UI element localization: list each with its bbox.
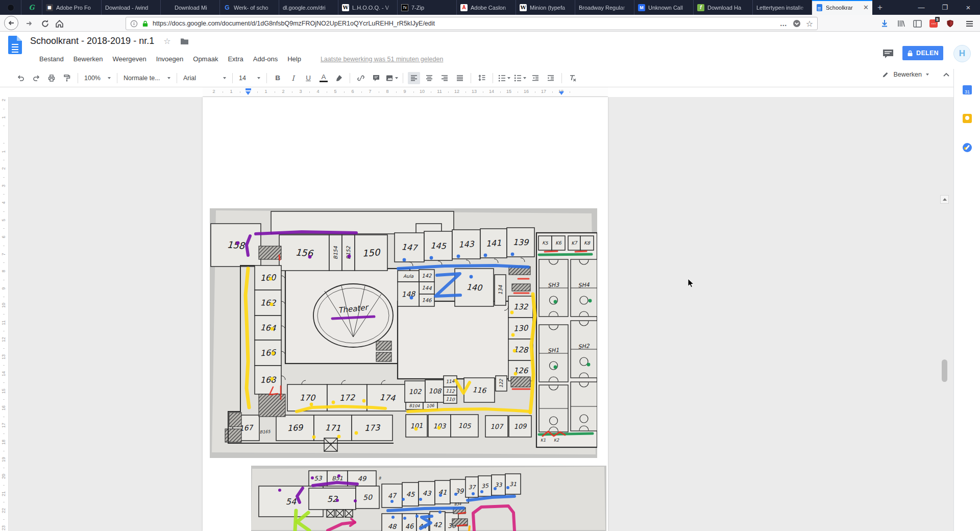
browser-tab[interactable]: GWerk- of scho — [219, 0, 279, 15]
zoom-select[interactable]: 100% — [84, 75, 111, 82]
bold-button[interactable]: B — [272, 72, 284, 84]
pinned-tab[interactable] — [0, 0, 21, 15]
share-button[interactable]: DELEN — [902, 46, 943, 60]
undo-button[interactable] — [15, 72, 27, 84]
open-comments-button[interactable] — [882, 49, 894, 61]
tab-close-icon[interactable]: ✕ — [863, 4, 869, 11]
ublock-button[interactable] — [944, 18, 955, 29]
document-title[interactable]: Schoolkrant - 2018-2019 - nr.1 — [30, 36, 154, 46]
pocket-icon[interactable] — [793, 19, 801, 28]
align-center-button[interactable] — [423, 72, 435, 84]
menu-opmaak[interactable]: Opmaak — [191, 54, 219, 64]
browser-tab[interactable]: 7z7-Zip — [397, 0, 456, 15]
home-button[interactable] — [54, 18, 64, 29]
downloads-button[interactable] — [879, 18, 890, 29]
browser-tab[interactable]: Download Mi — [160, 0, 219, 15]
browser-tab[interactable]: fDownload Ha — [693, 0, 752, 15]
menu-weergeven[interactable]: Weergeven — [111, 54, 148, 64]
redo-button[interactable] — [30, 72, 42, 84]
toolbar-separator — [493, 73, 493, 83]
browser-tab[interactable]: AAdobe Caslon — [456, 0, 516, 15]
browser-tab[interactable]: dl.google.com/dri — [279, 0, 338, 15]
restore-button[interactable]: ❐ — [933, 0, 957, 15]
pinned-tab[interactable]: G — [21, 0, 42, 15]
download-icon — [880, 19, 889, 28]
bulleted-list-button[interactable] — [513, 72, 526, 84]
scrollbar-thumb[interactable] — [942, 359, 947, 382]
insert-image-button[interactable] — [385, 72, 398, 84]
left-indent-marker[interactable] — [246, 91, 251, 95]
browser-tab[interactable]: WMinion (typefa — [516, 0, 575, 15]
align-left-button[interactable] — [408, 72, 420, 84]
menu-addons[interactable]: Add-ons — [252, 54, 279, 64]
menu-bewerken[interactable]: Bewerken — [72, 54, 105, 64]
docs-app-icon[interactable] — [8, 36, 22, 54]
url-bar[interactable]: https://docs.google.com/document/d/1dG8n… — [126, 17, 818, 30]
sidebar-button[interactable] — [912, 18, 923, 29]
insert-link-button[interactable] — [355, 72, 367, 84]
svg-text:132: 132 — [513, 302, 529, 311]
page-actions-icon[interactable]: … — [780, 19, 788, 28]
library-button[interactable] — [895, 18, 906, 29]
page-info-icon[interactable] — [130, 20, 138, 28]
browser-tab[interactable]: Lettertypen installe — [752, 0, 812, 15]
collapse-toolbar-button[interactable] — [943, 71, 949, 78]
clear-formatting-button[interactable] — [567, 72, 579, 84]
horizontal-ruler[interactable]: 21123456789101112131415161718 — [0, 87, 953, 97]
minimize-button[interactable]: — — [910, 0, 933, 15]
first-line-indent-marker[interactable] — [246, 88, 251, 90]
bookmark-star-icon[interactable]: ☆ — [806, 19, 813, 29]
extension-button[interactable]: ⋯5 — [928, 18, 939, 29]
underline-button[interactable]: U — [302, 72, 314, 84]
star-document-icon[interactable]: ☆ — [163, 36, 170, 46]
align-justify-button[interactable] — [454, 72, 466, 84]
italic-button[interactable]: I — [287, 72, 299, 84]
align-right-button[interactable] — [438, 72, 451, 84]
new-tab-button[interactable]: + — [872, 0, 888, 15]
close-button[interactable]: × — [957, 0, 980, 15]
insert-comment-button[interactable] — [370, 72, 382, 84]
browser-tab[interactable]: Download - /wind — [101, 0, 160, 15]
url-text[interactable]: https://docs.google.com/document/d/1dG8n… — [153, 20, 775, 27]
line-spacing-button[interactable] — [476, 72, 488, 84]
menu-invoegen[interactable]: Invoegen — [155, 54, 185, 64]
floorplan-image-ground-floor[interactable]: 5453B51495250474543413937353331484644423… — [251, 466, 606, 531]
tasks-icon[interactable] — [963, 143, 972, 152]
floorplan-image-first-floor[interactable]: 158156B154B15215014916016216416616817017… — [210, 208, 597, 458]
menu-extra[interactable]: Extra — [226, 54, 244, 64]
paragraph-style-select[interactable]: Normale te... — [124, 75, 170, 82]
active-browser-tab[interactable]: Schoolkrar✕ — [812, 0, 872, 15]
browser-tab[interactable]: Broadway Regular — [575, 0, 634, 15]
clear-formatting-icon — [569, 74, 577, 82]
editing-mode-button[interactable]: Bewerken — [882, 71, 929, 78]
svg-text:SH1: SH1 — [548, 347, 559, 354]
back-button[interactable] — [4, 16, 18, 30]
move-folder-icon[interactable] — [180, 38, 189, 45]
menu-help[interactable]: Help — [286, 54, 303, 64]
numbered-list-button[interactable] — [498, 72, 510, 84]
calendar-icon[interactable]: 31 — [963, 85, 972, 94]
svg-text:116: 116 — [472, 385, 487, 395]
highlight-button[interactable] — [333, 72, 345, 84]
print-button[interactable] — [45, 72, 58, 84]
text-color-button[interactable]: A — [317, 72, 330, 84]
last-edit-status[interactable]: Laatste bewerking was 51 minuten geleden — [321, 56, 443, 63]
increase-indent-button[interactable] — [545, 72, 557, 84]
browser-tab[interactable]: ▦Adobe Pro Fo — [42, 0, 101, 15]
user-avatar[interactable]: H — [953, 45, 971, 62]
chevron-up-icon — [943, 73, 949, 77]
scroll-up-arrow[interactable] — [940, 195, 949, 204]
paint-format-button[interactable] — [61, 72, 73, 84]
browser-tab[interactable]: WL.H.O.O.Q. - V — [338, 0, 397, 15]
right-indent-marker[interactable] — [559, 91, 564, 95]
browser-tab[interactable]: MUnknown Call — [634, 0, 693, 15]
keep-icon[interactable] — [963, 114, 972, 123]
svg-text:143: 143 — [458, 239, 475, 250]
forward-button[interactable] — [23, 18, 35, 29]
font-select[interactable]: Arial — [183, 75, 226, 82]
decrease-indent-button[interactable] — [529, 72, 542, 84]
menu-button[interactable] — [964, 18, 975, 29]
reload-button[interactable] — [40, 18, 50, 29]
font-size-select[interactable]: 14 — [239, 75, 260, 82]
menu-bestand[interactable]: Bestand — [38, 54, 65, 64]
